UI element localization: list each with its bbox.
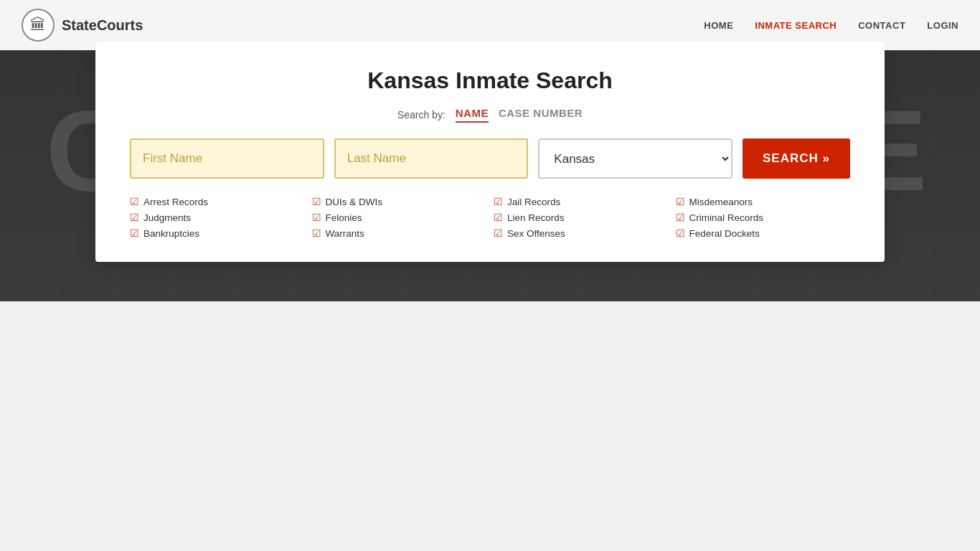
check-icon-duis: ☑ [312, 196, 321, 207]
logo-text: StateCourts [62, 17, 143, 34]
tab-name[interactable]: NAME [456, 107, 489, 123]
logo-icon: 🏛 [22, 9, 55, 42]
tab-case-number[interactable]: CASE NUMBER [499, 107, 583, 123]
check-misdemeanors: ☑ Misdemeanors [676, 196, 851, 207]
state-select[interactable]: Kansas [538, 138, 732, 179]
check-icon-bankruptcies: ☑ [130, 227, 139, 239]
check-label-lien: Lien Records [507, 212, 565, 223]
check-icon-sex-offenses: ☑ [494, 227, 503, 239]
check-label-jail: Jail Records [507, 197, 560, 207]
check-label-judgments: Judgments [143, 212, 191, 223]
check-duis: ☑ DUIs & DWIs [312, 196, 487, 207]
check-criminal-records: ☑ Criminal Records [676, 212, 851, 223]
search-title: Kansas Inmate Search [130, 67, 850, 94]
check-label-arrest: Arrest Records [143, 197, 208, 207]
check-bankruptcies: ☑ Bankruptcies [130, 227, 305, 239]
check-jail-records: ☑ Jail Records [494, 196, 669, 207]
check-icon-arrest: ☑ [130, 196, 139, 207]
first-name-input[interactable] [130, 138, 324, 179]
check-sex-offenses: ☑ Sex Offenses [494, 227, 669, 239]
check-label-warrants: Warrants [326, 228, 364, 239]
check-label-criminal: Criminal Records [689, 212, 764, 223]
search-by-label: Search by: [397, 109, 446, 121]
search-card: Kansas Inmate Search Search by: NAME CAS… [95, 42, 885, 262]
nav-contact[interactable]: CONTACT [858, 20, 905, 31]
logo-link[interactable]: 🏛 StateCourts [22, 9, 143, 42]
check-icon-jail: ☑ [494, 196, 503, 207]
check-icon-criminal: ☑ [676, 212, 685, 223]
check-icon-judgments: ☑ [130, 212, 139, 223]
check-judgments: ☑ Judgments [130, 212, 305, 223]
check-icon-federal: ☑ [676, 227, 685, 239]
check-felonies: ☑ Felonies [312, 212, 487, 223]
check-label-bankruptcies: Bankruptcies [143, 228, 199, 239]
check-label-misdemeanors: Misdemeanors [689, 197, 753, 207]
check-arrest-records: ☑ Arrest Records [130, 196, 305, 207]
hero-section: COURTHOUSE 🏛 StateCourts HOME INMATE SEA… [0, 0, 980, 301]
check-icon-felonies: ☑ [312, 212, 321, 223]
check-label-federal: Federal Dockets [689, 228, 760, 239]
check-label-sex-offenses: Sex Offenses [507, 228, 565, 239]
check-lien-records: ☑ Lien Records [494, 212, 669, 223]
check-icon-lien: ☑ [494, 212, 503, 223]
nav-links: HOME INMATE SEARCH CONTACT LOGIN [704, 20, 958, 31]
check-federal-dockets: ☑ Federal Dockets [676, 227, 851, 239]
check-icon-warrants: ☑ [312, 227, 321, 239]
navigation: 🏛 StateCourts HOME INMATE SEARCH CONTACT… [0, 0, 980, 50]
checkboxes-grid: ☑ Arrest Records ☑ DUIs & DWIs ☑ Jail Re… [130, 196, 850, 239]
search-fields-row: Kansas SEARCH » [130, 138, 850, 179]
check-icon-misdemeanors: ☑ [676, 196, 685, 207]
check-label-felonies: Felonies [326, 212, 362, 223]
last-name-input[interactable] [334, 138, 529, 179]
check-warrants: ☑ Warrants [312, 227, 487, 239]
search-by-row: Search by: NAME CASE NUMBER [130, 107, 850, 123]
check-label-duis: DUIs & DWIs [326, 197, 383, 207]
nav-home[interactable]: HOME [704, 20, 733, 31]
search-button[interactable]: SEARCH » [743, 138, 850, 179]
nav-inmate-search[interactable]: INMATE SEARCH [755, 20, 837, 31]
nav-login[interactable]: LOGIN [927, 20, 958, 31]
